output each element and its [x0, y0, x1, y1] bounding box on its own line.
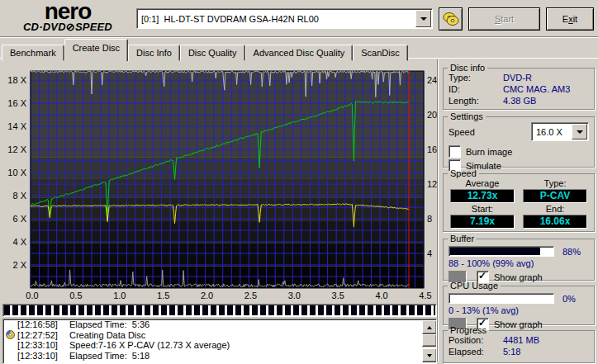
buffer-percent: 88% — [562, 247, 581, 257]
tab-create-disc[interactable]: Create Disc — [64, 39, 128, 61]
log-entry-text: Elapsed Time: 5:36 — [69, 319, 150, 330]
cpu-usage-group: CPU Usage 0% 0 - 13% (1% avg) Show graph — [443, 281, 595, 325]
chevron-down-icon — [420, 17, 427, 21]
disc-info-row: Type:DVD-R — [444, 73, 594, 84]
log-entry[interactable]: [12:33:10]Elapsed Time: 5:18 — [3, 351, 436, 362]
log-entry-time: [12:27:52] — [17, 330, 58, 341]
log-entry[interactable]: [12:27:52]Creating Data Disc — [3, 330, 436, 341]
tab-disc-quality[interactable]: Disc Quality — [180, 45, 245, 61]
disc-info-label: ID: — [448, 84, 503, 94]
log-entry[interactable]: [12:33:10]Speed:7-16 X P-CAV (12.73 X av… — [3, 340, 436, 351]
settings-option: Burn image — [444, 144, 594, 158]
x-tick-label: 2.0 — [201, 291, 213, 300]
settings-group: Settings Speed 16.0 X Burn imageSimulate — [443, 111, 595, 168]
disc-info-label: Type: — [448, 73, 503, 83]
x-tick-label: 4.5 — [419, 291, 431, 300]
arrow-up-icon — [427, 326, 432, 329]
disc-info-value: 4.38 GB — [503, 96, 536, 106]
chevron-down-icon — [577, 130, 583, 134]
logo-nero-text: nero — [5, 2, 131, 21]
speed-cell-label: Type: — [523, 178, 587, 189]
x-tick-label: 1.0 — [113, 291, 126, 300]
plot-band — [31, 243, 424, 266]
log-entry-text: Elapsed Time: 5:18 — [69, 351, 150, 362]
plot-band — [31, 221, 424, 243]
log-entry-text: Speed:7-16 X P-CAV (12.73 X average) — [69, 340, 230, 351]
speed-label: Speed — [448, 127, 531, 137]
log-listbox[interactable]: [12:16:58]Elapsed Time: 5:36[12:27:52]Cr… — [2, 319, 437, 364]
burn-speed-chart: 2 X4 X6 X8 X10 X12 X14 X16 X18 X48121620… — [2, 59, 439, 304]
speed-select-dropdown-button[interactable] — [572, 124, 587, 139]
y-right-tick-label: 4 — [427, 248, 432, 258]
tab-advanced-disc-quality[interactable]: Advanced Disc Quality — [245, 45, 354, 61]
disc-info-value: DVD-R — [503, 73, 532, 83]
x-tick-label: 0.0 — [26, 291, 38, 300]
speed-cell: Start:7.19x — [450, 204, 515, 229]
scroll-up-button[interactable] — [422, 320, 437, 334]
exit-button[interactable]: Exit — [546, 7, 594, 31]
scrollbar-thumb[interactable] — [422, 334, 437, 347]
buffer-bar-fill — [450, 248, 540, 255]
y-right-tick-label: 12 — [427, 179, 437, 189]
disc-info-row: Length:4.38 GB — [444, 96, 594, 107]
tab-benchmark[interactable]: Benchmark — [2, 45, 64, 61]
log-scrollbar[interactable] — [422, 320, 435, 362]
progress-group: Progress Position:4481 MBElapsed:5:18 — [443, 325, 595, 363]
arrow-down-icon — [427, 354, 432, 357]
drive-select-dropdown-button[interactable] — [415, 10, 431, 27]
start-button[interactable]: Start — [468, 7, 540, 31]
y-left-tick-label: 18 X — [7, 75, 26, 85]
log-entry-time: [12:33:10] — [17, 351, 58, 362]
checkbox-label: Burn image — [466, 147, 512, 157]
top-bar: nero CD·DVD⊘SPEED [0:1] HL-DT-ST DVDRAM … — [0, 0, 598, 37]
discs-icon — [443, 12, 459, 26]
disc-info-value: CMC MAG. AM3 — [503, 84, 570, 94]
disc-info-label: Length: — [448, 96, 503, 106]
y-right-tick-label: 8 — [427, 214, 432, 224]
buffer-bar — [448, 246, 554, 257]
disc-info-title: Disc info — [448, 63, 487, 73]
speed-cell: Average12.73x — [450, 178, 515, 203]
log-entry-time: [12:16:58] — [17, 319, 58, 330]
speed-group: Speed Average12.73xType:P-CAVStart:7.19x… — [443, 168, 595, 232]
y-right-tick-label: 20 — [427, 110, 437, 120]
plot-band — [31, 198, 424, 221]
progress-value: 4481 MB — [503, 335, 539, 345]
log-entry-text: Creating Data Disc — [69, 330, 145, 341]
disc-info-row: ID:CMC MAG. AM3 — [444, 84, 594, 96]
tab-scandisc[interactable]: ScanDisc — [353, 45, 407, 61]
tab-disc-info[interactable]: Disc Info — [128, 45, 180, 61]
x-tick-label: 3.5 — [332, 291, 344, 300]
burn-progress-bar — [2, 304, 437, 317]
cpu-percent: 0% — [562, 294, 576, 304]
speed-cell: End:16.06x — [523, 204, 587, 229]
y-left-tick-label: 14 X — [7, 121, 26, 131]
panel-divider — [437, 59, 439, 362]
burn-progress-segments — [4, 305, 435, 315]
burning-disc-icon — [6, 330, 16, 340]
log-entry[interactable]: [12:16:58]Elapsed Time: 5:36 — [3, 319, 436, 330]
y-left-tick-label: 8 X — [12, 191, 26, 201]
x-tick-label: 2.5 — [244, 291, 257, 300]
x-tick-label: 4.0 — [375, 291, 387, 300]
progress-row: Position:4481 MB — [444, 335, 594, 347]
speed-cell-value: 16.06x — [523, 215, 587, 229]
speed-select-value: 16.0 X — [536, 127, 562, 137]
speed-cell-value: P-CAV — [523, 189, 587, 203]
speed-cell-label: Start: — [450, 204, 515, 215]
burn-image-checkbox[interactable] — [448, 145, 461, 158]
drive-select[interactable]: [0:1] HL-DT-ST DVDRAM GSA-H42N RL00 — [136, 8, 433, 29]
disc-info-group: Disc info Type:DVD-RID:CMC MAG. AM3Lengt… — [443, 63, 595, 110]
log-entry-time: [12:33:10] — [17, 340, 58, 351]
y-left-tick-label: 16 X — [7, 98, 26, 108]
progress-label: Position: — [448, 335, 503, 345]
scroll-down-button[interactable] — [422, 348, 437, 362]
speed-select[interactable]: 16.0 X — [531, 122, 589, 141]
disc-copies-button[interactable] — [439, 7, 463, 31]
y-left-tick-label: 4 X — [12, 237, 26, 247]
speed-group-title: Speed — [448, 168, 479, 178]
plot-band — [31, 71, 424, 158]
cpu-range: 0 - 13% (1% avg) — [444, 305, 594, 315]
x-tick-label: 1.5 — [157, 291, 169, 300]
tab-strip: BenchmarkCreate DiscDisc InfoDisc Qualit… — [2, 39, 408, 59]
